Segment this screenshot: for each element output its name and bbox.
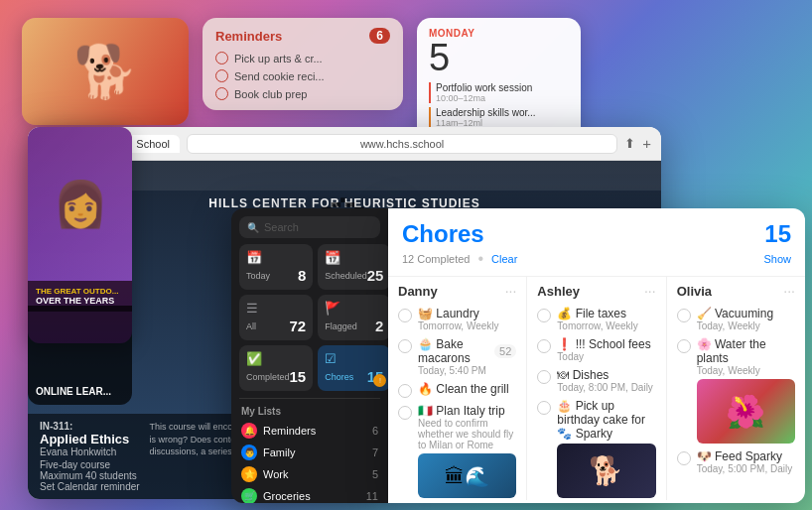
chore-feed-sparky[interactable]: 🐶 Feed Sparky Today, 5:00 PM, Daily (667, 446, 805, 477)
my-lists-label: My Lists (231, 402, 388, 420)
laundry-meta: Tomorrow, Weekly (418, 320, 499, 331)
chore-laundry[interactable]: 🧺 Laundry Tomorrow, Weekly (388, 304, 526, 334)
dishes-meta: Today, 8:00 PM, Daily (557, 382, 653, 393)
chores-tile-icon: ☑ (325, 351, 383, 366)
list-item-work[interactable]: ⭐ Work 5 (231, 463, 388, 485)
browser-new-tab-button[interactable]: + (642, 135, 651, 152)
reminders-widget-title: Reminders (215, 29, 282, 44)
sparky-name: 🐶 Feed Sparky (697, 449, 793, 463)
today-icon: 📅 (246, 250, 306, 265)
list-item-groceries[interactable]: 🛒 Groceries 11 (231, 485, 388, 503)
macarons-check[interactable] (398, 339, 412, 353)
browser-share-icon[interactable]: ⬆ (624, 136, 635, 151)
chore-vacuuming[interactable]: 🧹 Vacuuming Today, Weekly (667, 304, 805, 334)
chores-completed-text: 12 Completed (402, 253, 471, 265)
dishes-check[interactable] (537, 370, 551, 384)
olivia-col-menu[interactable]: ··· (783, 283, 795, 299)
sparky-check[interactable] (677, 451, 691, 465)
laundry-check[interactable] (398, 309, 412, 322)
plants-name: 🌸 Water the plants (697, 337, 795, 365)
completed-icon: ✅ (246, 351, 306, 366)
magazine-subtitle: OVER THE YEARS (36, 296, 124, 306)
completed-label: Completed (246, 372, 290, 382)
tab-label: School (136, 138, 170, 150)
chore-italy[interactable]: 🇮🇹 Plan Italy trip Need to confirm wheth… (388, 401, 526, 500)
family-list-name: Family (263, 446, 295, 458)
course-name: Applied Ethics (40, 432, 140, 446)
tile-scheduled[interactable]: 📆 Scheduled 25 (318, 244, 388, 290)
scheduled-count: 25 (367, 267, 384, 284)
olivia-col-name: Olivia (677, 284, 712, 299)
italy-meta: Need to confirm whether we should fly to… (418, 418, 516, 450)
all-count: 72 (290, 318, 307, 334)
chores-badge: ! (373, 374, 386, 387)
reminders-item-3: Book club prep (234, 88, 307, 100)
widget-photo-dog: 🐕 (22, 18, 189, 125)
chore-grill[interactable]: 🔥 Clean the grill (388, 379, 526, 401)
reminders-item-1: Pick up arts & cr... (234, 53, 323, 64)
italy-name: 🇮🇹 Plan Italy trip (418, 404, 516, 418)
column-olivia: Olivia ··· 🧹 Vacuuming Today, Weekly 🌸 W… (667, 277, 805, 500)
taxes-check[interactable] (537, 309, 551, 322)
chore-dishes[interactable]: 🍽 Dishes Today, 8:00 PM, Daily (527, 365, 665, 396)
fees-name: ❗ !!! School fees (557, 337, 650, 351)
magazine-tag: THE GREAT OUTDO... (36, 287, 124, 296)
chore-macarons[interactable]: 🧁 Bake macarons 52 Today, 5:40 PM (388, 334, 526, 379)
all-icon: ☰ (246, 301, 306, 316)
today-label: Today (246, 271, 270, 281)
tile-chores[interactable]: ☑ Chores 15 ! (318, 345, 388, 391)
italy-check[interactable] (398, 406, 412, 420)
grill-check[interactable] (398, 384, 412, 398)
search-icon: 🔍 (247, 222, 259, 233)
fees-meta: Today (557, 351, 650, 362)
reminders-list-count: 6 (372, 425, 378, 437)
groceries-list-name: Groceries (263, 490, 311, 502)
danny-col-name: Danny (398, 284, 438, 299)
all-label: All (246, 321, 256, 331)
chores-clear-link[interactable]: Clear (491, 253, 517, 265)
chores-separator: • (478, 250, 484, 268)
search-placeholder: Search (264, 221, 299, 233)
macarons-count: 52 (494, 344, 516, 358)
cake-photo: 🐕 (557, 444, 655, 498)
chore-school-fees[interactable]: ❗ !!! School fees Today (527, 334, 665, 365)
chore-taxes[interactable]: 💰 File taxes Tomorrow, Weekly (527, 304, 665, 334)
macarons-meta: Today, 5:40 PM (418, 365, 516, 376)
calendar-day-number: 5 (429, 39, 569, 76)
list-item-family[interactable]: 👨 Family 7 (231, 442, 388, 463)
chore-birthday-cake[interactable]: 🎂 Pick up birthday cake for 🐾 Sparky 🐕 (527, 396, 665, 500)
ashley-col-menu[interactable]: ··· (644, 283, 656, 299)
macarons-name: 🧁 Bake macarons (418, 337, 494, 365)
vacuuming-meta: Today, Weekly (697, 320, 773, 331)
completed-count: 15 (290, 368, 307, 385)
calendar-day-label: MONDAY (429, 28, 569, 39)
browser-urlbar[interactable]: www.hchs.school (187, 134, 617, 154)
plants-check[interactable] (677, 339, 691, 353)
tile-flagged[interactable]: 🚩 Flagged 2 (318, 295, 388, 340)
course-instructor: Evana Honkwitch (40, 446, 140, 457)
tile-completed[interactable]: ✅ Completed 15 (239, 345, 313, 391)
online-learning-card: ONLINE LEAR... (28, 306, 132, 405)
vacuuming-name: 🧹 Vacuuming (697, 307, 773, 320)
column-danny: Danny ··· 🧺 Laundry Tomorrow, Weekly 🧁 B… (388, 277, 527, 500)
chores-columns: Danny ··· 🧺 Laundry Tomorrow, Weekly 🧁 B… (388, 277, 805, 500)
ashley-col-name: Ashley (537, 284, 580, 299)
search-bar[interactable]: 🔍 Search (239, 216, 380, 238)
family-list-icon: 👨 (241, 445, 257, 460)
chores-panel: Chores 15 12 Completed • Clear Show Dann… (388, 208, 805, 503)
column-ashley: Ashley ··· 💰 File taxes Tomorrow, Weekly… (527, 277, 666, 500)
flagged-icon: 🚩 (325, 301, 383, 316)
plants-meta: Today, Weekly (697, 365, 795, 376)
tile-all[interactable]: ☰ All 72 (239, 295, 313, 340)
vacuuming-check[interactable] (677, 309, 691, 322)
today-count: 8 (298, 267, 306, 284)
cake-check[interactable] (537, 401, 551, 415)
chore-water-plants[interactable]: 🌸 Water the plants Today, Weekly 🌺 (667, 334, 805, 446)
fees-check[interactable] (537, 339, 551, 353)
list-item-reminders[interactable]: 🔔 Reminders 6 (231, 420, 388, 442)
course-number: IN-311: (40, 421, 140, 432)
tile-today[interactable]: 📅 Today 8 (239, 244, 313, 290)
chores-show-link[interactable]: Show (763, 253, 791, 265)
danny-col-menu[interactable]: ··· (505, 283, 517, 299)
reminders-list-icon: 🔔 (241, 423, 257, 439)
